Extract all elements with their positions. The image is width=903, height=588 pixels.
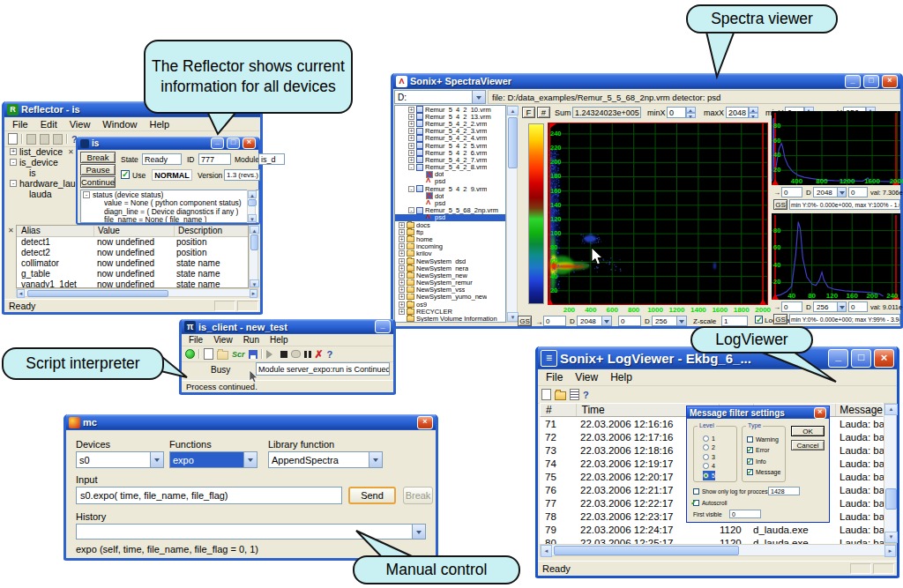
stop-icon[interactable] [280,351,287,358]
p1-start-field[interactable]: 0 [781,187,802,197]
gs-button[interactable]: GS [773,314,787,324]
status-tree-item[interactable]: value = None ( python component status) [81,199,258,208]
tree-item[interactable]: + ftp [395,228,505,235]
tree-expand-icon[interactable]: + [399,258,405,264]
p1-range-combobox[interactable]: 2048 [813,187,847,197]
tree-item[interactable]: + Remur_5_4_2_13.vrm [395,113,505,120]
scroll-right-icon[interactable]: ► [884,545,896,557]
paste-icon[interactable] [53,134,63,145]
tree-expand-icon[interactable]: + [408,150,414,156]
tree-item[interactable]: + docs [395,221,505,228]
functions-combobox[interactable]: expo [169,451,257,468]
checkbox-icon[interactable] [747,436,753,443]
tree-expand-icon[interactable]: + [399,222,405,228]
table-row[interactable]: detect1 now undefined position [17,237,248,248]
scroll-down-icon[interactable]: ▼ [250,279,259,287]
show-only-field[interactable]: 1428 [768,487,800,495]
scroll-up-icon[interactable]: ▲ [884,404,898,415]
tree-expand-icon[interactable]: + [399,287,405,293]
tree-item[interactable]: + list_device [6,146,77,157]
tree-item[interactable]: is [6,167,77,178]
save-icon[interactable] [249,350,257,359]
log-list-icon[interactable] [570,389,579,400]
log-scale-checkbox[interactable] [755,316,763,324]
gs-button[interactable]: GS [518,316,532,326]
scroll-up-icon[interactable]: ▲ [507,106,519,115]
tree-item[interactable]: + Remur_5_4_2_3.vrm [395,128,505,135]
x-projection-plot[interactable]: 20406080 400800120016002000 [772,111,900,185]
break-button[interactable]: Break [403,487,433,504]
level-radio-row[interactable]: 4 [703,462,715,472]
column-header-value[interactable]: Value [94,226,175,236]
isclient-titlebar[interactable]: π is_client - new_test _ [182,319,393,334]
column-header-num[interactable]: # [541,404,577,416]
maximize-button[interactable]: □ [851,349,871,368]
run-icon[interactable] [266,350,277,359]
panel-close-icon[interactable]: ✕ [68,148,74,156]
tree-item[interactable]: + NewSystem_yumo_new [395,294,505,301]
type-checkbox-row[interactable]: Info [747,456,780,467]
tree-expand-icon[interactable]: + [399,243,405,249]
tree-item[interactable]: - hardware_lauda [6,178,77,189]
log-vscrollbar[interactable]: ▲ ▼ [884,403,897,544]
devices-combobox[interactable]: s0 [76,451,164,468]
new-document-icon[interactable] [8,133,18,145]
hash-button[interactable]: # [537,107,550,118]
tree-item[interactable]: dot [395,192,505,199]
continue-button[interactable]: Continue [80,176,116,188]
pause-icon[interactable] [304,351,311,358]
tree-expand-icon[interactable]: + [408,128,414,134]
tree-item[interactable]: - Remur_5_4_2_8.vrm [395,164,505,171]
table-row[interactable]: g_table now undefined state name [17,269,248,279]
tree-item[interactable]: + Remur_5_4_2_5.vrm [395,142,505,149]
new-document-icon[interactable] [204,348,213,360]
tree-item[interactable]: + RECYCLER [395,308,505,315]
first-visible-field[interactable]: 0 [729,510,761,518]
scrollbar-thumb[interactable] [508,117,518,168]
level-radio-row[interactable]: 1 [703,434,715,443]
y-projection-plot[interactable]: 20406080 4080120160200240 [772,213,900,300]
scrollbar-thumb[interactable] [248,199,257,206]
chevron-down-icon[interactable] [412,525,425,539]
tree-item[interactable]: + Remur_5_4_2_7.vrm [395,156,505,163]
status-tree-item[interactable]: diagn_line = ( Device diagnostics if any… [81,207,258,216]
tree-expand-icon[interactable]: + [399,229,405,235]
tree-item[interactable]: + home [395,235,505,242]
tree-expand-icon[interactable]: - [408,164,414,170]
close-button[interactable]: × [243,138,256,149]
alias-hscrollbar[interactable]: ◄ ► [16,288,258,297]
spectraviewer-titlebar[interactable]: Λ Sonix+ SpectraViewer _ □ × [393,73,900,89]
help-icon[interactable]: ? [583,390,589,400]
tree-item[interactable]: + incoming [395,243,505,250]
scrollbar-thumb[interactable] [554,546,739,555]
tree-expand-icon[interactable]: + [10,148,17,155]
table-row[interactable]: vanady1_1det now undefined state name [17,279,248,288]
close-button[interactable]: × [814,407,826,419]
mc-titlebar[interactable]: mc × [66,414,436,430]
x-start-field[interactable]: 0 [543,316,566,326]
tree-item[interactable]: + NewSystem_vss [395,287,505,294]
log-hscrollbar[interactable]: ◄ ► [540,544,897,556]
chevron-down-icon[interactable] [837,302,846,311]
table-row[interactable]: collimator now undefined state name [17,258,248,269]
gs-button[interactable]: GS [773,199,787,210]
tree-expand-icon[interactable]: - [408,186,414,192]
scroll-right-icon[interactable]: ► [250,289,257,298]
reflector-device-tree[interactable]: + list_device - is_device is - hardware_… [6,146,78,225]
tree-expand-icon[interactable]: + [399,294,405,300]
menu-item[interactable]: File [540,371,569,383]
new-document-icon[interactable] [541,389,551,400]
column-header-description[interactable]: Description [175,226,248,236]
column-header-message[interactable]: Message [836,404,883,416]
tree-expand-icon[interactable]: + [408,157,414,163]
level-radio-row[interactable]: 3 [703,452,715,462]
menu-item[interactable]: View [208,335,238,345]
minimize-button[interactable]: _ [828,349,848,368]
tree-expand-icon[interactable]: + [399,250,405,257]
copy-icon[interactable] [40,134,49,145]
radio-icon[interactable] [703,444,709,450]
break-button[interactable]: Break [80,152,116,163]
ok-button[interactable]: OK [791,426,825,436]
x-range-combobox[interactable]: 2048 [577,316,612,326]
log-row[interactable]: 79 22.03.2006 12:24:17 1120 d_lauda.exe … [540,523,884,536]
